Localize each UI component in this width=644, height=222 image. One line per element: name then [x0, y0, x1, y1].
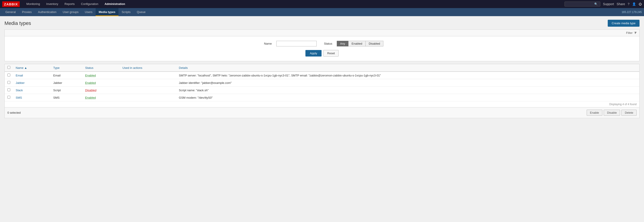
nav-monitoring[interactable]: Monitoring: [23, 0, 43, 8]
media-type-link[interactable]: Slack: [16, 89, 23, 92]
row-checkbox[interactable]: [8, 88, 10, 91]
subnav-scripts[interactable]: Scripts: [118, 8, 134, 16]
row-details-cell: SMTP server: "localhost", SMTP helo: "ze…: [176, 72, 639, 79]
name-label: Name: [261, 42, 272, 45]
nav-administration[interactable]: Administration: [102, 0, 128, 8]
media-type-link[interactable]: Jabber: [16, 81, 25, 85]
footer-actions: Enable Disable Delete: [587, 110, 636, 116]
filter-icon[interactable]: ⧩: [634, 31, 636, 35]
row-actions-cell: [120, 72, 176, 79]
page-content: Media types Create media type Filter ⧩ N…: [0, 16, 644, 122]
status-disabled-button[interactable]: Disabled: [366, 41, 384, 46]
row-type-cell: Jabber: [50, 79, 82, 87]
page-header: Media types Create media type: [4, 20, 640, 27]
row-details-cell: Script name: "slack.sh": [176, 87, 639, 94]
nav-reports[interactable]: Reports: [61, 0, 78, 8]
media-type-link[interactable]: SMS: [16, 96, 22, 99]
share-link[interactable]: Share: [617, 2, 625, 6]
filter-label: Filter: [626, 31, 632, 35]
help-icon[interactable]: ?: [628, 2, 630, 6]
row-actions-cell: [120, 94, 176, 101]
media-type-link[interactable]: Email: [16, 74, 23, 77]
subnav-users[interactable]: Users: [82, 8, 96, 16]
row-actions-cell: [120, 87, 176, 94]
status-badge[interactable]: Enabled: [85, 81, 96, 85]
table-body: Email Email Enabled SMTP server: "localh…: [5, 72, 639, 101]
row-status-cell: Enabled: [82, 94, 120, 101]
subnav-media-types[interactable]: Media types: [96, 8, 118, 16]
ip-address: 165.227.179.245: [622, 11, 642, 14]
selected-count: 0 selected: [8, 111, 20, 114]
apply-button[interactable]: Apply: [306, 50, 322, 57]
nav-configuration[interactable]: Configuration: [78, 0, 102, 8]
status-enabled-button[interactable]: Enabled: [348, 41, 366, 46]
filter-row-name: Name Status Any Enabled Disabled: [12, 41, 632, 46]
reset-button[interactable]: Reset: [323, 50, 338, 57]
top-nav-links: Monitoring Inventory Reports Configurati…: [23, 0, 564, 8]
row-checkbox[interactable]: [8, 74, 10, 77]
table-footer: 0 selected Enable Disable Delete: [5, 107, 639, 118]
logo[interactable]: ZABBIX: [2, 1, 20, 7]
filter-section: Filter ⧩ Name Status Any Enabled Disable…: [4, 29, 640, 61]
search-icon: 🔍: [594, 3, 598, 6]
sub-navigation: General Proxies Authentication User grou…: [0, 8, 644, 16]
row-type-cell: Script: [50, 87, 82, 94]
col-name[interactable]: Name ▲: [13, 64, 50, 72]
media-types-table-container: Name ▲ Type Status Used in actions Detai…: [4, 64, 640, 118]
row-details-cell: GSM modem: "/dev/ttyS0": [176, 94, 639, 101]
row-name-cell: SMS: [13, 94, 50, 101]
search-box[interactable]: 🔍: [564, 2, 600, 7]
subnav-general[interactable]: General: [2, 8, 19, 16]
row-actions-cell: [120, 79, 176, 87]
top-navigation: ZABBIX Monitoring Inventory Reports Conf…: [0, 0, 644, 8]
row-checkbox-cell: [5, 72, 13, 79]
row-details-cell: Jabber identifier: "jabber@example.com": [176, 79, 639, 87]
displaying-count: Displaying 4 of 4 found: [5, 101, 639, 107]
subnav-proxies[interactable]: Proxies: [19, 8, 35, 16]
row-status-cell: Enabled: [82, 72, 120, 79]
col-status: Status: [82, 64, 120, 72]
table-row: Jabber Jabber Enabled Jabber identifier:…: [5, 79, 639, 87]
table-header: Name ▲ Type Status Used in actions Detai…: [5, 64, 639, 72]
select-all-checkbox[interactable]: [8, 66, 10, 69]
col-details: Details: [176, 64, 639, 72]
row-type-cell: Email: [50, 72, 82, 79]
row-type-cell: SMS: [50, 94, 82, 101]
row-checkbox[interactable]: [8, 81, 10, 84]
page-title: Media types: [4, 21, 31, 26]
status-badge[interactable]: Enabled: [85, 96, 96, 99]
support-link[interactable]: Support: [603, 2, 614, 6]
select-all-header: [5, 64, 13, 72]
media-types-table: Name ▲ Type Status Used in actions Detai…: [5, 64, 639, 101]
row-checkbox-cell: [5, 79, 13, 87]
table-row: SMS SMS Enabled GSM modem: "/dev/ttyS0": [5, 94, 639, 101]
col-type: Type: [50, 64, 82, 72]
status-group: Any Enabled Disabled: [337, 41, 384, 46]
disable-button[interactable]: Disable: [604, 110, 620, 116]
subnav-queue[interactable]: Queue: [134, 8, 149, 16]
status-badge[interactable]: Disabled: [85, 89, 96, 92]
row-name-cell: Email: [13, 72, 50, 79]
logout-icon[interactable]: ⏻: [639, 2, 642, 6]
subnav-user-groups[interactable]: User groups: [60, 8, 82, 16]
enable-button[interactable]: Enable: [587, 110, 602, 116]
subnav-authentication[interactable]: Authentication: [35, 8, 60, 16]
row-checkbox[interactable]: [8, 96, 10, 99]
create-media-type-button[interactable]: Create media type: [608, 20, 640, 27]
col-used-in-actions: Used in actions: [120, 64, 176, 72]
search-input[interactable]: [566, 3, 594, 6]
status-any-button[interactable]: Any: [337, 41, 348, 46]
row-status-cell: Enabled: [82, 79, 120, 87]
top-nav-right: 🔍 Support Share ? 👤 ⏻: [564, 2, 642, 7]
name-input[interactable]: [276, 41, 317, 46]
filter-body: Name Status Any Enabled Disabled Apply R…: [5, 36, 639, 61]
row-name-cell: Jabber: [13, 79, 50, 87]
status-badge[interactable]: Enabled: [85, 74, 96, 77]
delete-button[interactable]: Delete: [622, 110, 636, 116]
filter-header: Filter ⧩: [5, 30, 639, 36]
user-icon[interactable]: 👤: [632, 2, 636, 6]
row-checkbox-cell: [5, 94, 13, 101]
status-label: Status: [321, 42, 332, 45]
nav-inventory[interactable]: Inventory: [43, 0, 61, 8]
row-status-cell: Disabled: [82, 87, 120, 94]
